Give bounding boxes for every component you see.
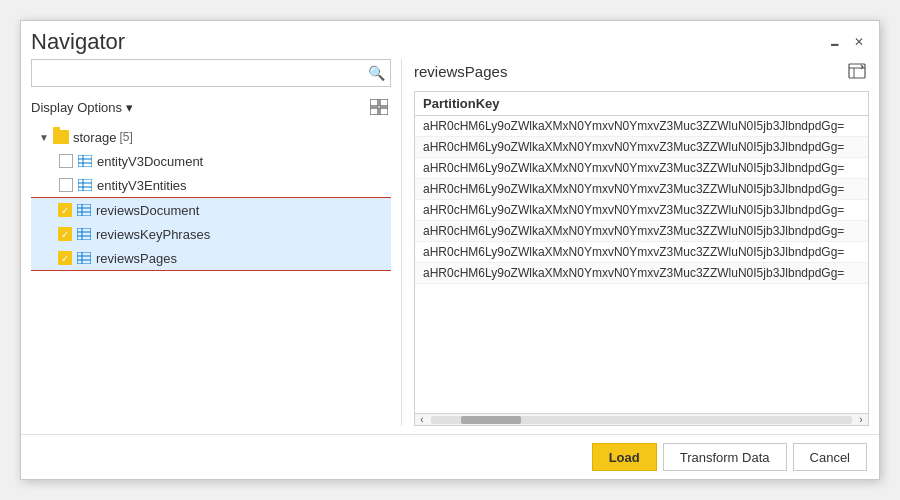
display-options-button[interactable]: Display Options ▾ (31, 100, 133, 115)
list-item[interactable]: entityV3Document (31, 149, 391, 173)
table-row: aHR0cHM6Ly9oZWlkaXMxN0YmxvN0YmxvZ3Muc3ZZ… (415, 158, 868, 179)
title-bar: Navigator 🗕 ✕ (21, 21, 879, 59)
table-row: aHR0cHM6Ly9oZWlkaXMxN0YmxvN0YmxvZ3Muc3ZZ… (415, 221, 868, 242)
svg-rect-0 (370, 99, 378, 106)
item-label: entityV3Entities (97, 178, 187, 193)
search-input[interactable] (32, 66, 362, 81)
item-label: reviewsKeyPhrases (96, 227, 210, 242)
svg-rect-1 (380, 99, 388, 106)
close-button[interactable]: ✕ (849, 32, 869, 52)
preview-rows[interactable]: aHR0cHM6Ly9oZWlkaXMxN0YmxvN0YmxvZ3Muc3ZZ… (415, 116, 868, 413)
preview-title: reviewsPages (414, 63, 507, 80)
display-options-label: Display Options (31, 100, 122, 115)
load-button[interactable]: Load (592, 443, 657, 471)
table-header: PartitionKey (415, 92, 868, 116)
selected-group: ✓ reviewsDocument ✓ reviewsKeyPhrases (31, 197, 391, 271)
list-item[interactable]: entityV3Entities (31, 173, 391, 197)
checkbox-reviewsDocument[interactable]: ✓ (58, 203, 72, 217)
svg-rect-20 (77, 252, 91, 264)
list-item[interactable]: ✓ reviewsKeyPhrases (31, 222, 391, 246)
display-options-row: Display Options ▾ (31, 95, 391, 119)
preview-view-icon (848, 63, 866, 79)
list-item[interactable]: ✓ reviewsDocument (31, 198, 391, 222)
svg-rect-8 (78, 179, 92, 191)
table-icon (77, 154, 93, 168)
scroll-right-button[interactable]: › (854, 414, 868, 426)
preview-header: reviewsPages (414, 59, 869, 83)
root-badge: [5] (119, 130, 132, 144)
svg-rect-12 (77, 204, 91, 216)
table-icon (76, 251, 92, 265)
preview-icon-button[interactable] (845, 59, 869, 83)
svg-rect-3 (380, 108, 388, 115)
scroll-track (431, 416, 852, 424)
scroll-thumb[interactable] (461, 416, 521, 424)
minimize-button[interactable]: 🗕 (825, 32, 845, 52)
view-toggle-button[interactable] (367, 95, 391, 119)
navigator-dialog: Navigator 🗕 ✕ 🔍 Display Options ▾ (20, 20, 880, 480)
cancel-button[interactable]: Cancel (793, 443, 867, 471)
content-area: 🔍 Display Options ▾ (21, 59, 879, 434)
table-row: aHR0cHM6Ly9oZWlkaXMxN0YmxvN0YmxvZ3Muc3ZZ… (415, 200, 868, 221)
table-row: aHR0cHM6Ly9oZWlkaXMxN0YmxvN0YmxvZ3Muc3ZZ… (415, 242, 868, 263)
table-row: aHR0cHM6Ly9oZWlkaXMxN0YmxvN0YmxvZ3Muc3ZZ… (415, 179, 868, 200)
svg-rect-2 (370, 108, 378, 115)
table-row: aHR0cHM6Ly9oZWlkaXMxN0YmxvN0YmxvZ3Muc3ZZ… (415, 137, 868, 158)
folder-icon (53, 130, 69, 144)
checkbox-reviewsKeyPhrases[interactable]: ✓ (58, 227, 72, 241)
table-row: aHR0cHM6Ly9oZWlkaXMxN0YmxvN0YmxvZ3Muc3ZZ… (415, 263, 868, 284)
search-box: 🔍 (31, 59, 391, 87)
expand-icon: ▼ (39, 132, 53, 143)
item-label: entityV3Document (97, 154, 203, 169)
right-panel: reviewsPages PartitionKey aHR0cHM6Ly9oZW… (401, 59, 869, 426)
chevron-down-icon: ▾ (126, 100, 133, 115)
window-controls: 🗕 ✕ (825, 32, 869, 52)
left-panel: 🔍 Display Options ▾ (31, 59, 401, 426)
table-icon (76, 203, 92, 217)
footer: Load Transform Data Cancel (21, 434, 879, 479)
checkbox-reviewsPages[interactable]: ✓ (58, 251, 72, 265)
tree-area: ▼ storage [5] entityV3Document (31, 125, 391, 426)
dialog-title: Navigator (31, 29, 125, 55)
table-icon (76, 227, 92, 241)
svg-rect-16 (77, 228, 91, 240)
preview-table: PartitionKey aHR0cHM6Ly9oZWlkaXMxN0YmxvN… (414, 91, 869, 426)
checkbox-entityV3Entities[interactable] (59, 178, 73, 192)
tree-root-item[interactable]: ▼ storage [5] (31, 125, 391, 149)
transform-data-button[interactable]: Transform Data (663, 443, 787, 471)
table-icon (77, 178, 93, 192)
table-row: aHR0cHM6Ly9oZWlkaXMxN0YmxvN0YmxvZ3Muc3ZZ… (415, 116, 868, 137)
layout-icon (370, 99, 388, 115)
search-icon: 🔍 (368, 65, 385, 81)
scroll-left-button[interactable]: ‹ (415, 414, 429, 426)
item-label: reviewsDocument (96, 203, 199, 218)
checkbox-entityV3Document[interactable] (59, 154, 73, 168)
item-label: reviewsPages (96, 251, 177, 266)
root-label: storage (73, 130, 116, 145)
search-button[interactable]: 🔍 (362, 59, 390, 87)
list-item[interactable]: ✓ reviewsPages (31, 246, 391, 270)
svg-rect-4 (78, 155, 92, 167)
horizontal-scrollbar[interactable]: ‹ › (415, 413, 868, 425)
